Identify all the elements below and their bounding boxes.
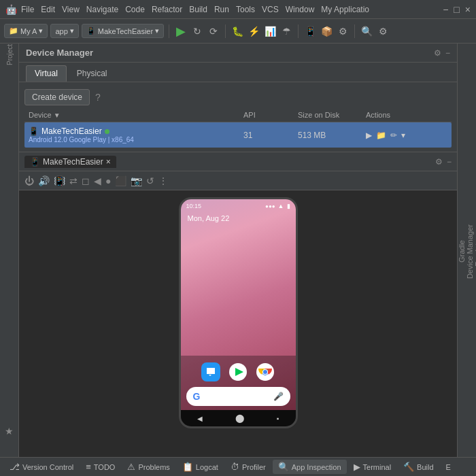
phone-screen[interactable]: Mon, Aug 22 (181, 199, 296, 410)
emulator-tabs: 📱 MakeTechEasier × (24, 156, 116, 168)
menu-tools[interactable]: Tools (236, 5, 255, 14)
menu-edit[interactable]: Edit (41, 5, 55, 14)
record-icon[interactable]: ● (105, 175, 111, 186)
sort-icon[interactable]: ▼ (54, 112, 61, 119)
avd-button[interactable]: 📱 (303, 24, 317, 38)
separator (354, 24, 355, 38)
signal-icon: ●●● (265, 203, 275, 209)
bottom-terminal[interactable]: ▶ Terminal (348, 460, 397, 474)
nav-home-button[interactable]: ⬤ (235, 413, 244, 423)
volume-icon[interactable]: 🔊 (38, 175, 50, 186)
gear-icon[interactable]: ⚙ (434, 48, 441, 58)
col-api: API (243, 111, 298, 119)
menu-window[interactable]: Window (286, 5, 315, 14)
logcat-icon: 📋 (182, 462, 193, 472)
close-button[interactable]: × (465, 4, 471, 15)
sidebar-item-favorites[interactable]: ★ (1, 423, 18, 439)
create-device-button[interactable]: Create device (24, 89, 90, 105)
col-size: Size on Disk (298, 111, 366, 119)
sidebar-item-build-variants[interactable] (1, 441, 18, 457)
menu-file[interactable]: File (21, 5, 34, 14)
search-icon[interactable]: 🔍 (360, 24, 373, 38)
sync-button[interactable]: ↻ (190, 24, 204, 38)
menu-app[interactable]: My Applicatio (321, 5, 369, 14)
rerun-button[interactable]: ⟳ (207, 24, 220, 38)
phone-status-icons: ●●● ▲ ▮ (265, 203, 290, 209)
create-device-bar: Create device ? (24, 86, 452, 108)
close-tab-icon[interactable]: × (106, 157, 111, 167)
bottom-version-control[interactable]: ⎇ Version Control (4, 460, 79, 474)
dock-icons (186, 360, 290, 384)
debug-button[interactable]: 🐛 (231, 24, 244, 38)
device-selector[interactable]: 📱 MakeTechEasier ▾ (82, 24, 164, 38)
menu-view[interactable]: View (62, 5, 80, 14)
replay-icon[interactable]: ↺ (146, 175, 154, 186)
gear-icon[interactable]: ⚙ (376, 24, 390, 38)
bottom-e[interactable]: E (441, 461, 456, 473)
bottom-problems[interactable]: ⚠ Problems (122, 460, 175, 474)
screenshot-icon[interactable]: 📷 (131, 175, 142, 186)
phone-icon: 📱 (86, 27, 96, 35)
run-button[interactable]: ▶ (174, 24, 188, 38)
right-panel-gradle[interactable]: Gradle (458, 235, 466, 268)
back-icon[interactable]: ◀ (94, 175, 101, 186)
right-panel-device-manager[interactable]: Device Manager (466, 219, 474, 284)
minimize-icon[interactable]: − (445, 48, 450, 58)
rotate-icon[interactable]: ⇄ (69, 175, 78, 186)
more-icon[interactable]: ⋮ (158, 175, 168, 186)
menu-vcs[interactable]: VCS (262, 5, 279, 14)
maximize-button[interactable]: □ (454, 4, 459, 15)
messages-icon[interactable] (201, 362, 220, 381)
tab-physical[interactable]: Physical (68, 65, 116, 82)
project-selector[interactable]: 📁 My A ▾ (4, 24, 48, 38)
menu-run[interactable]: Run (214, 5, 229, 14)
bottom-logcat[interactable]: 📋 Logcat (177, 460, 224, 474)
menu-code[interactable]: Code (125, 5, 145, 14)
nav-back-button[interactable]: ◀ (197, 415, 203, 422)
bottom-app-inspection[interactable]: 🔍 App Inspection (273, 460, 347, 474)
menu-build[interactable]: Build (189, 5, 207, 14)
bottom-profiler[interactable]: ⏱ Profiler (225, 460, 271, 474)
minimize-button[interactable]: − (443, 4, 448, 15)
sdk-button[interactable]: 📦 (320, 24, 333, 38)
more-actions-icon[interactable]: ▾ (401, 131, 405, 140)
device-table: Create device ? Device ▼ API Size on Dis… (19, 82, 457, 152)
menu-refactor[interactable]: Refactor (152, 5, 182, 14)
attach-button[interactable]: ⚡ (247, 24, 260, 38)
emulator-gear-icon[interactable]: ⚙ (435, 157, 443, 167)
emulator-minimize-icon[interactable]: − (447, 157, 452, 167)
profile-button[interactable]: 📊 (263, 24, 277, 38)
help-icon[interactable]: ? (95, 92, 101, 103)
emulator-content: 10:15 ●●● ▲ ▮ Mon, Aug 22 (19, 190, 457, 457)
nav-recents-button[interactable]: ▪ (277, 415, 279, 422)
coverage-button[interactable]: ☂ (279, 24, 293, 38)
sidebar-item-project[interactable]: Project (1, 46, 18, 63)
stop-icon[interactable]: ⬛ (115, 175, 126, 186)
settings-icon[interactable]: ⚙ (336, 24, 350, 38)
app-selector[interactable]: app ▾ (50, 24, 78, 38)
vibrate-icon[interactable]: 📳 (54, 175, 65, 186)
play-action-icon[interactable]: ▶ (366, 131, 372, 140)
sidebar-item-resource[interactable] (1, 64, 18, 80)
problems-icon: ⚠ (127, 462, 135, 472)
fold-icon[interactable]: ◻ (82, 175, 90, 186)
table-row[interactable]: 📱 MakeTechEasier Android 12.0 Google Pla… (24, 122, 452, 148)
edit-action-icon[interactable]: ✏ (390, 131, 397, 140)
play-store-icon[interactable] (228, 362, 248, 381)
chrome-icon[interactable] (256, 362, 275, 381)
bottom-todo[interactable]: ≡ TODO (80, 460, 120, 474)
power-icon[interactable]: ⏻ (24, 175, 34, 186)
menu-navigate[interactable]: Navigate (86, 5, 118, 14)
sidebar-item-structure[interactable] (1, 405, 18, 422)
emulator-tab[interactable]: 📱 MakeTechEasier × (24, 156, 116, 168)
mic-icon[interactable]: 🎤 (273, 392, 284, 401)
emulator-panel: 📱 MakeTechEasier × ⚙ − ⏻ 🔊 📳 ⇄ ◻ ◀ ● (19, 152, 457, 457)
bottom-build[interactable]: 🔨 Build (398, 460, 439, 474)
separator (169, 24, 169, 38)
device-main-name: 📱 MakeTechEasier (29, 126, 243, 136)
folder-action-icon[interactable]: 📁 (376, 131, 386, 140)
search-bar[interactable]: G 🎤 (186, 387, 290, 406)
device-manager-title: Device Manager (26, 48, 93, 58)
device-size: 513 MB (298, 131, 366, 140)
tab-virtual[interactable]: Virtual (26, 65, 67, 82)
